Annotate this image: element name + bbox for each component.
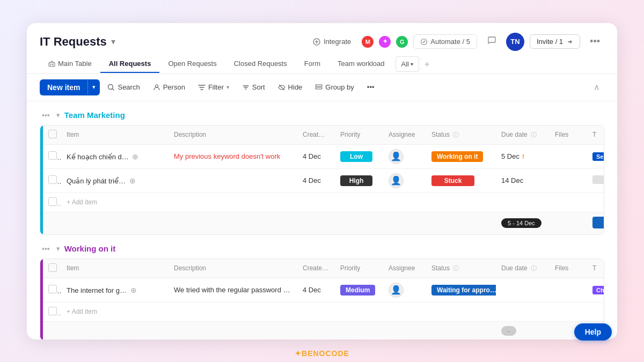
- th-status: Status ⓘ: [426, 259, 496, 278]
- add-item-row[interactable]: + Add item: [43, 193, 604, 212]
- collapse-button[interactable]: ∧: [589, 80, 604, 94]
- monday-icon: M: [362, 36, 374, 48]
- th-priority[interactable]: Priority: [335, 125, 383, 145]
- home-icon: [48, 60, 55, 67]
- hide-button[interactable]: Hide: [273, 80, 308, 94]
- add-desc-icon[interactable]: ⊕: [130, 286, 137, 294]
- row-tag: Ch: [587, 278, 604, 302]
- invite-button[interactable]: Invite / 1: [530, 34, 580, 49]
- footer-row: 5 - 14 Dec: [43, 212, 604, 234]
- svg-rect-6: [316, 85, 322, 86]
- add-tab-button[interactable]: +: [419, 55, 435, 73]
- add-item-label[interactable]: + Add item: [61, 302, 604, 321]
- tab-open-requests[interactable]: Open Requests: [159, 55, 225, 73]
- row-item[interactable]: The internet for g… ⊕: [61, 278, 169, 302]
- team-marketing-table: Item Description Creat… Priority Assigne…: [43, 125, 604, 234]
- add-check: [43, 193, 61, 212]
- th-due-date: Due date ⓘ: [496, 125, 550, 145]
- row-item[interactable]: Quản lý phát triể… ⊕: [61, 168, 169, 193]
- help-button[interactable]: Help: [574, 323, 612, 341]
- add-desc-icon[interactable]: ⊕: [132, 152, 138, 161]
- header-left: IT Requests ▾: [40, 35, 115, 49]
- chat-button[interactable]: [482, 33, 501, 50]
- assignee-avatar-icon: 👤: [389, 283, 404, 298]
- search-button[interactable]: Search: [102, 80, 145, 94]
- tab-main-table[interactable]: Main Table: [40, 55, 100, 73]
- filter-button[interactable]: Filter ▾: [193, 80, 235, 94]
- row-priority[interactable]: Medium: [335, 278, 383, 302]
- group-side-bar-cyan: [40, 125, 43, 234]
- th-check: [43, 259, 61, 278]
- new-item-button[interactable]: New item ▾: [40, 79, 100, 95]
- row-status[interactable]: Stuck: [426, 168, 496, 193]
- person-icon: [153, 84, 160, 91]
- row-files: [550, 144, 587, 168]
- row-description: We tried with the regular password and i…: [169, 278, 297, 302]
- row-status[interactable]: Waiting for appro…: [426, 278, 496, 302]
- integrate-button[interactable]: Integrate: [308, 35, 356, 48]
- add-item-row[interactable]: + Add item: [43, 302, 604, 321]
- automate-button[interactable]: Automate / 5: [413, 34, 477, 49]
- group-working-on-it: ••• ▾ Working on it Item: [40, 242, 604, 339]
- add-desc-icon[interactable]: ⊕: [129, 176, 136, 185]
- row-assignee[interactable]: 👤: [383, 278, 426, 302]
- table-row: The internet for g… ⊕ We tried with the …: [43, 278, 604, 302]
- more-toolbar-button[interactable]: •••: [362, 80, 380, 94]
- title-chevron-icon[interactable]: ▾: [111, 36, 115, 47]
- th-check: [43, 125, 61, 145]
- row-check[interactable]: [43, 144, 61, 168]
- person-button[interactable]: Person: [148, 80, 191, 94]
- table-header-row: Item Description Create… Priority Assign…: [43, 259, 604, 278]
- due-date-info-icon: ⓘ: [531, 131, 537, 138]
- th-priority[interactable]: Priority: [335, 259, 383, 278]
- row-check[interactable]: [43, 168, 61, 193]
- group-table-working-on-it: Item Description Create… Priority Assign…: [40, 258, 604, 339]
- row-due-date: 5 Dec !: [496, 144, 550, 168]
- sort-button[interactable]: Sort: [237, 80, 270, 94]
- tab-all-dropdown[interactable]: All ▾: [396, 56, 419, 72]
- new-item-arrow-icon[interactable]: ▾: [87, 80, 100, 94]
- group-collapse-button[interactable]: ▾: [56, 111, 60, 119]
- tab-all-requests[interactable]: All Requests: [100, 55, 160, 73]
- header-checkbox[interactable]: [48, 263, 57, 272]
- row-assignee[interactable]: 👤: [383, 144, 426, 168]
- header-checkbox[interactable]: [48, 130, 57, 138]
- automate-icon: [420, 38, 428, 46]
- row-status[interactable]: Working on it: [426, 144, 496, 168]
- tab-team-workload[interactable]: Team workload: [329, 55, 393, 73]
- row-priority[interactable]: Low: [335, 144, 383, 168]
- row-check[interactable]: [43, 278, 61, 302]
- th-created[interactable]: Create…: [297, 259, 335, 278]
- working-on-it-table: Item Description Create… Priority Assign…: [43, 259, 604, 339]
- tab-closed-requests[interactable]: Closed Requests: [225, 55, 296, 73]
- row-assignee[interactable]: 👤: [383, 168, 426, 193]
- benocode-footer: ✦BENOCODE: [268, 344, 376, 358]
- group-by-button[interactable]: Group by: [310, 80, 359, 94]
- tab-form[interactable]: Form: [296, 55, 329, 73]
- main-card: IT Requests ▾ Integrate M ✦ G Automate /…: [27, 23, 617, 339]
- user-avatar[interactable]: TN: [506, 33, 524, 51]
- th-item[interactable]: Item: [61, 259, 169, 278]
- row-due-date: [496, 278, 550, 302]
- search-icon: [107, 84, 115, 91]
- green-icon: G: [396, 36, 408, 48]
- group-dots-menu[interactable]: •••: [40, 110, 52, 121]
- group-dots-menu[interactable]: •••: [40, 243, 52, 254]
- status-info-icon: ⓘ: [453, 265, 459, 271]
- toolbar: New item ▾ Search Person Filter ▾ Sort: [27, 74, 617, 101]
- row-priority[interactable]: High: [335, 168, 383, 193]
- row-tag: [587, 168, 604, 193]
- row-item[interactable]: Kế hoạch chiến d… ⊕: [61, 144, 169, 168]
- row-created: 4 Dec: [297, 278, 335, 302]
- assignee-avatar-icon: 👤: [389, 149, 404, 164]
- page-title: IT Requests: [40, 35, 107, 49]
- add-item-label[interactable]: + Add item: [61, 193, 604, 212]
- th-item[interactable]: Item: [61, 125, 169, 145]
- th-t: T: [587, 259, 604, 278]
- more-options-button[interactable]: •••: [586, 34, 604, 49]
- group-team-marketing: ••• ▾ Team Marketing Item: [40, 109, 604, 235]
- th-created[interactable]: Creat…: [297, 125, 335, 145]
- group-collapse-button[interactable]: ▾: [56, 245, 60, 253]
- due-date-info-icon: ⓘ: [531, 265, 537, 271]
- table-row: Quản lý phát triể… ⊕ 4 Dec High 👤 Stuck …: [43, 168, 604, 193]
